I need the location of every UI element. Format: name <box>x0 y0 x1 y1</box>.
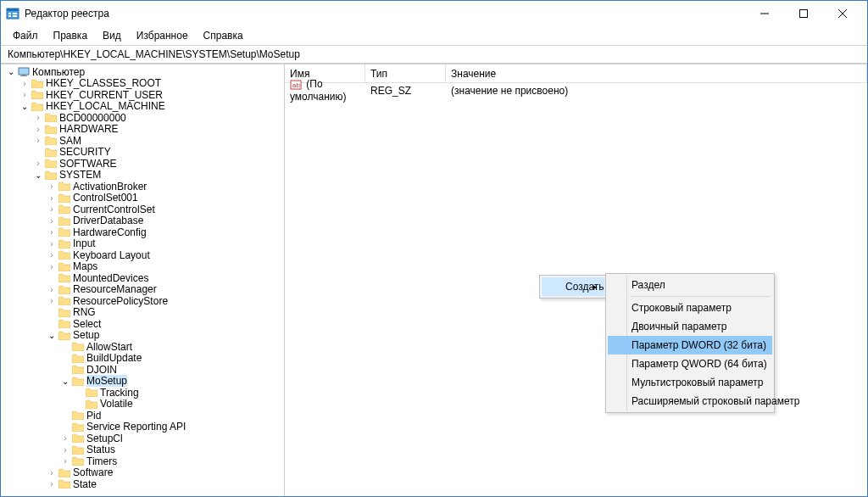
ctx-new-binary[interactable]: Двоичный параметр <box>608 317 772 336</box>
chevron-blank <box>33 148 43 157</box>
tree-item[interactable]: ›SOFTWARE <box>1 158 284 170</box>
tree-item[interactable]: ›BCD00000000 <box>1 112 284 124</box>
tree-item[interactable]: › HKEY_CLASSES_ROOT <box>1 78 284 90</box>
chevron-right-icon[interactable]: › <box>60 433 70 443</box>
folder-icon <box>45 125 57 134</box>
tree-item[interactable]: Select <box>1 318 284 330</box>
tree-item[interactable]: ›State <box>1 478 284 490</box>
ctx-new-string[interactable]: Строковый параметр <box>608 299 772 317</box>
tree-item[interactable]: AllowStart <box>1 341 284 353</box>
chevron-right-icon[interactable]: › <box>47 468 57 477</box>
folder-icon <box>72 365 84 374</box>
tree-item[interactable]: ›Input <box>1 238 284 250</box>
maximize-button[interactable] <box>784 1 823 26</box>
tree-item[interactable]: Service Reporting API <box>1 422 284 433</box>
tree-item[interactable]: ⌄ HKEY_LOCAL_MACHINE <box>1 101 284 113</box>
tree-item[interactable]: Volatile <box>1 399 284 410</box>
ctx-new-multistring[interactable]: Мультистроковый параметр <box>608 373 772 392</box>
chevron-right-icon[interactable]: › <box>47 239 57 248</box>
tree-item[interactable]: Tracking <box>1 387 284 399</box>
list-row[interactable]: ab (По умолчанию) REG_SZ (значение не пр… <box>285 83 867 98</box>
minimize-button[interactable] <box>745 1 784 26</box>
chevron-blank <box>60 342 70 351</box>
chevron-right-icon[interactable]: › <box>47 479 57 489</box>
menu-edit[interactable]: Правка <box>47 28 95 43</box>
chevron-down-icon[interactable]: ⌄ <box>33 170 43 180</box>
tree-pane[interactable]: ⌄ Компьютер › HKEY_CLASSES_ROOT › HKEY_C… <box>1 64 285 496</box>
chevron-right-icon[interactable]: › <box>60 445 70 455</box>
ctx-new-dword[interactable]: Параметр DWORD (32 бита) <box>608 336 772 355</box>
tree-label: Setup <box>73 329 99 341</box>
list-pane[interactable]: Имя Тип Значение ab (По умолчанию) REG_S… <box>285 64 867 496</box>
tree-item[interactable]: ⌄SYSTEM <box>1 170 284 181</box>
tree-item[interactable]: ›HARDWARE <box>1 124 284 136</box>
chevron-right-icon[interactable]: › <box>47 285 57 294</box>
tree-item[interactable]: ›Status <box>1 444 284 456</box>
chevron-right-icon[interactable]: › <box>47 250 57 260</box>
menu-help[interactable]: Справка <box>197 28 250 43</box>
tree-item[interactable]: Pid <box>1 410 284 422</box>
tree-item-selected[interactable]: ⌄MoSetup <box>1 376 284 388</box>
col-header-type[interactable]: Тип <box>365 64 446 82</box>
chevron-right-icon[interactable]: › <box>47 216 57 226</box>
tree-item[interactable]: › HKEY_CURRENT_USER <box>1 89 284 101</box>
menu-file[interactable]: Файл <box>6 28 45 43</box>
chevron-right-icon[interactable]: › <box>19 90 30 99</box>
col-header-value[interactable]: Значение <box>446 64 867 82</box>
tree-item[interactable]: BuildUpdate <box>1 353 284 365</box>
tree-label: ActivationBroker <box>73 181 147 193</box>
tree-label: BCD00000000 <box>59 112 126 124</box>
chevron-down-icon[interactable]: ⌄ <box>60 377 70 386</box>
tree-item[interactable]: DJOIN <box>1 364 284 376</box>
folder-icon <box>86 388 97 397</box>
svg-rect-2 <box>8 13 11 14</box>
address-bar[interactable]: Компьютер\HKEY_LOCAL_MACHINE\SYSTEM\Setu… <box>1 45 867 64</box>
tree-item[interactable]: ›Maps <box>1 261 284 273</box>
close-button[interactable] <box>823 1 862 26</box>
menubar: Файл Правка Вид Избранное Справка <box>1 26 867 45</box>
chevron-right-icon[interactable]: › <box>47 296 57 305</box>
ctx-new-qword[interactable]: Параметр QWORD (64 бита) <box>608 355 772 373</box>
chevron-right-icon[interactable]: › <box>47 181 57 191</box>
chevron-right-icon[interactable]: › <box>33 125 43 134</box>
tree-item[interactable]: ›SetupCl <box>1 433 284 444</box>
chevron-right-icon[interactable]: › <box>47 193 57 203</box>
ctx-label: Создать <box>565 281 604 293</box>
chevron-right-icon[interactable]: › <box>47 204 57 214</box>
tree-item[interactable]: MountedDevices <box>1 272 284 284</box>
tree-item[interactable]: ›ActivationBroker <box>1 181 284 193</box>
tree-item[interactable]: ›HardwareConfig <box>1 226 284 238</box>
tree-root[interactable]: ⌄ Компьютер <box>1 66 284 78</box>
chevron-right-icon[interactable]: › <box>60 456 70 466</box>
tree-item[interactable]: ›CurrentControlSet <box>1 204 284 215</box>
tree-item[interactable]: ›ResourceManager <box>1 284 284 296</box>
menu-favorites[interactable]: Избранное <box>130 28 195 43</box>
chevron-down-icon[interactable]: ⌄ <box>19 102 30 111</box>
chevron-right-icon[interactable]: › <box>19 79 30 88</box>
chevron-right-icon[interactable]: › <box>47 227 57 237</box>
folder-icon <box>58 468 70 477</box>
tree-item[interactable]: ›SAM <box>1 135 284 147</box>
menu-view[interactable]: Вид <box>96 28 128 43</box>
tree-item[interactable]: ›ResourcePolicyStore <box>1 295 284 307</box>
tree-item[interactable]: RNG <box>1 307 284 319</box>
ctx-new-key[interactable]: Раздел <box>608 276 772 294</box>
chevron-right-icon[interactable]: › <box>33 113 43 122</box>
tree-item[interactable]: ›Timers <box>1 455 284 467</box>
svg-rect-12 <box>20 75 27 76</box>
tree-item[interactable]: SECURITY <box>1 147 284 159</box>
chevron-down-icon[interactable]: ⌄ <box>47 331 57 340</box>
tree-label: HKEY_CLASSES_ROOT <box>46 77 161 89</box>
tree-item[interactable]: ›Software <box>1 467 284 479</box>
tree-item[interactable]: ›Keyboard Layout <box>1 249 284 261</box>
chevron-right-icon[interactable]: › <box>47 262 57 271</box>
chevron-right-icon[interactable]: › <box>33 136 43 145</box>
ctx-create[interactable]: Создать ▸ <box>542 277 604 296</box>
svg-rect-10 <box>19 68 29 75</box>
tree-item[interactable]: ›DriverDatabase <box>1 215 284 227</box>
tree-item[interactable]: ⌄Setup <box>1 330 284 342</box>
chevron-down-icon[interactable]: ⌄ <box>6 67 16 76</box>
tree-item[interactable]: ›ControlSet001 <box>1 193 284 204</box>
ctx-new-expandstring[interactable]: Расширяемый строковый параметр <box>608 392 772 410</box>
chevron-right-icon[interactable]: › <box>33 159 43 168</box>
